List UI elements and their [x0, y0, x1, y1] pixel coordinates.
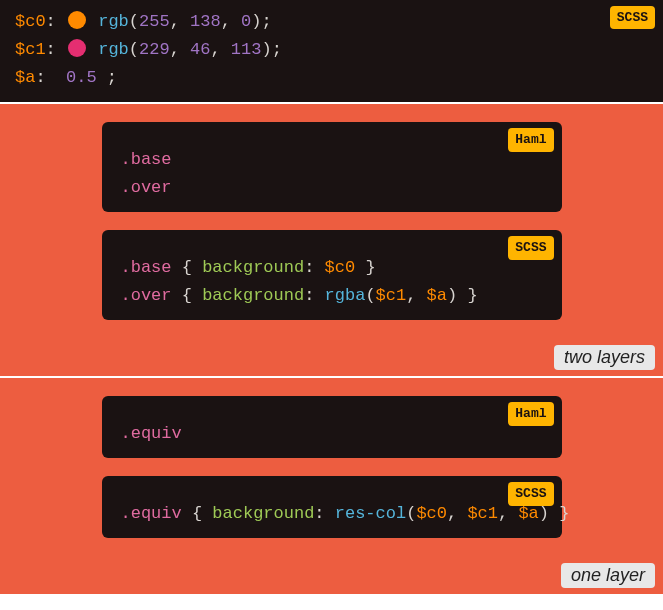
section-one-layer: Haml .equiv SCSS .equiv { background: re…: [0, 378, 663, 594]
var-c1: $c1: [15, 40, 46, 59]
swatch-c0: [68, 11, 86, 29]
scss-block-2: SCSS .equiv { background: res-col($c0, $…: [102, 476, 562, 538]
badge-haml: Haml: [508, 402, 553, 425]
haml-line: .over: [117, 174, 547, 202]
section-two-layers: Haml .base .over SCSS .base { background…: [0, 104, 663, 376]
scss-block-1: SCSS .base { background: $c0 } .over { b…: [102, 230, 562, 320]
scss-line: .equiv { background: res-col($c0, $c1, $…: [117, 500, 547, 528]
scss-line: .base { background: $c0 }: [117, 254, 547, 282]
badge-haml: Haml: [508, 128, 553, 151]
swatch-c1: [68, 39, 86, 57]
haml-block-2: Haml .equiv: [102, 396, 562, 458]
haml-line: .equiv: [117, 420, 547, 448]
scss-line: .over { background: rgba($c1, $a) }: [117, 282, 547, 310]
row-a: $a: 0.5 ;: [15, 64, 648, 92]
haml-block-1: Haml .base .over: [102, 122, 562, 212]
badge-scss: SCSS: [508, 236, 553, 259]
func-rgb: rgb: [98, 12, 129, 31]
top-scss-block: SCSS $c0: rgb(255, 138, 0); $c1: rgb(229…: [0, 0, 663, 102]
haml-line: .base: [117, 146, 547, 174]
row-c0: $c0: rgb(255, 138, 0);: [15, 8, 648, 36]
var-a: $a: [15, 68, 35, 87]
row-c1: $c1: rgb(229, 46, 113);: [15, 36, 648, 64]
label-two-layers: two layers: [554, 345, 655, 370]
colon: :: [46, 12, 56, 31]
badge-scss: SCSS: [508, 482, 553, 505]
badge-scss: SCSS: [610, 6, 655, 29]
var-c0: $c0: [15, 12, 46, 31]
label-one-layer: one layer: [561, 563, 655, 588]
